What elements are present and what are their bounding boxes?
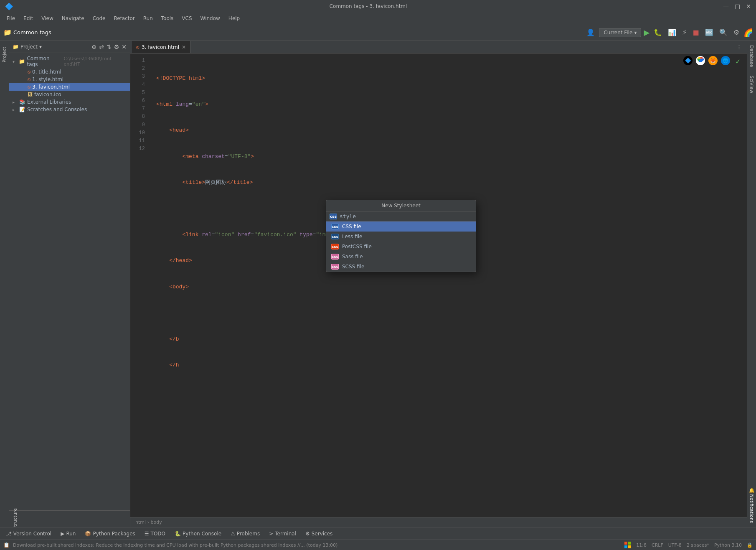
search-icon[interactable]: 🔍 <box>718 27 729 38</box>
maximize-button[interactable]: □ <box>735 3 740 10</box>
editor-tabs: ⎋ 3. favicon.html ✕ ⋮ <box>130 41 747 53</box>
structure-tab-label[interactable]: Structure <box>9 507 21 527</box>
sidebar-settings-icon[interactable]: ⚙ <box>114 43 119 50</box>
code-editor[interactable]: 1 2 3 4 5 6 7 8 9 10 11 12 <!DOCTYPE htm… <box>130 53 747 517</box>
project-tab-label[interactable]: Project <box>0 44 8 65</box>
menu-code[interactable]: Code <box>89 14 109 23</box>
menu-navigate[interactable]: Navigate <box>58 14 88 23</box>
sidebar-item-external-libs[interactable]: ▸ 📚 External Libraries <box>9 98 130 106</box>
right-tab-sciview[interactable]: SciView <box>748 71 756 97</box>
code-content[interactable]: <!DOCTYPE html> <html lang="en"> <head> … <box>151 53 747 517</box>
title-bar-controls: — □ ✕ <box>723 3 751 10</box>
autocomplete-item-postcss[interactable]: css PostCSS file <box>326 242 476 252</box>
line-num-8: 8 <box>130 113 147 121</box>
translate-icon[interactable]: 🔤 <box>703 27 715 38</box>
scratches-icon: 📝 <box>19 107 25 112</box>
line-num-12: 12 <box>130 145 147 153</box>
right-tab-database[interactable]: Database <box>748 41 756 71</box>
menu-file[interactable]: File <box>3 14 18 23</box>
editor-tab-favicon[interactable]: ⎋ 3. favicon.html ✕ <box>132 41 190 53</box>
menu-edit[interactable]: Edit <box>20 14 36 23</box>
line-ending-indicator[interactable]: CRLF <box>652 542 663 548</box>
expand-all-icon[interactable]: ⇅ <box>107 43 112 50</box>
encoding-indicator[interactable]: UTF-8 <box>668 542 682 548</box>
code-line-2: <html lang="en"> <box>156 100 742 109</box>
bottom-tab-terminal[interactable]: > Terminal <box>265 529 300 538</box>
menu-refactor[interactable]: Refactor <box>110 14 138 23</box>
bottom-tab-python-packages[interactable]: 📦 Python Packages <box>81 529 139 538</box>
bottom-tab-services[interactable]: ⚙ Services <box>301 529 337 538</box>
svg-rect-2 <box>624 542 627 545</box>
menu-vcs[interactable]: VCS <box>178 14 195 23</box>
main-area: Project 📁 Project ▾ ⊕ ⇄ ⇅ ⚙ ✕ ▾ 📁 Common… <box>0 41 756 527</box>
bottom-tab-version-control[interactable]: ⎇ Version Control <box>2 529 56 538</box>
html-file-icon: ⎋ <box>28 84 30 90</box>
title-bar: 🔷 Common tags - 3. favicon.html — □ ✕ <box>0 0 756 13</box>
close-button[interactable]: ✕ <box>746 3 751 10</box>
sidebar-item-title-html[interactable]: ⎋ 0. title.html <box>9 68 130 76</box>
autocomplete-item-less[interactable]: css Less file <box>326 232 476 242</box>
folder-icon: 📁 <box>19 59 25 64</box>
tab-close-icon[interactable]: ✕ <box>182 44 186 50</box>
firefox-browser-icon[interactable]: 🦊 <box>708 56 718 65</box>
project-dropdown-label[interactable]: 📁 Project ▾ <box>13 44 42 50</box>
tabs-more-button[interactable]: ⋮ <box>733 44 745 50</box>
run-button[interactable]: ▶ <box>644 28 649 37</box>
bottom-tab-problems[interactable]: ⚠ Problems <box>226 529 264 538</box>
scss-file-icon: css <box>331 264 339 270</box>
edge-browser-icon[interactable]: 🌐 <box>721 56 730 65</box>
current-file-button[interactable]: Current File ▾ <box>599 28 641 37</box>
menu-tools[interactable]: Tools <box>158 14 177 23</box>
editor-area: ⎋ 3. favicon.html ✕ ⋮ 1 2 3 4 5 6 7 8 9 … <box>130 41 747 527</box>
sidebar-item-common-tags[interactable]: ▾ 📁 Common tags C:\Users\13600\front end… <box>9 55 130 68</box>
chevron-right-icon: ▸ <box>13 100 18 104</box>
user-icon[interactable]: 👤 <box>585 27 596 38</box>
menu-view[interactable]: View <box>38 14 56 23</box>
sidebar-item-favicon-html[interactable]: ⎋ 3. favicon.html <box>9 83 130 91</box>
svg-rect-5 <box>628 545 631 548</box>
menu-window[interactable]: Window <box>197 14 223 23</box>
code-line-12: </h <box>156 361 742 370</box>
run-tab-icon: ▶ <box>61 531 64 537</box>
menu-help[interactable]: Help <box>225 14 243 23</box>
autocomplete-item-css[interactable]: css CSS file <box>326 222 476 232</box>
code-line-11: </b <box>156 335 742 344</box>
stop-icon[interactable]: ■ <box>691 27 701 38</box>
menu-run[interactable]: Run <box>140 14 156 23</box>
sass-file-icon: css <box>331 254 339 260</box>
status-bar-right: 11:8 CRLF UTF-8 2 spaces* Python 3.10 🔒 <box>624 542 753 548</box>
coverage-icon[interactable]: 📊 <box>666 27 678 38</box>
locate-icon[interactable]: ⊕ <box>92 43 97 50</box>
editor-tab-label: 3. favicon.html <box>142 44 179 50</box>
sidebar-item-favicon-ico[interactable]: 🖼 favicon.ico <box>9 91 130 98</box>
bottom-tab-python-console[interactable]: 🐍 Python Console <box>170 529 226 538</box>
autocomplete-search-input[interactable] <box>340 213 472 219</box>
sidebar-item-scratches[interactable]: ▸ 📝 Scratches and Consoles <box>9 106 130 113</box>
python-version-indicator[interactable]: Python 3.10 <box>714 542 742 548</box>
minimize-button[interactable]: — <box>723 3 729 10</box>
folder-icon: 📁 <box>3 28 12 36</box>
bottom-tab-todo[interactable]: ☰ TODO <box>140 529 170 538</box>
autocomplete-item-label: Less file <box>342 234 362 239</box>
menu-bar: File Edit View Navigate Code Refactor Ru… <box>0 13 756 24</box>
close-sidebar-icon[interactable]: ✕ <box>122 43 127 50</box>
sidebar-item-label: favicon.ico <box>34 92 61 97</box>
cursor-position[interactable]: 11:8 <box>636 542 647 548</box>
bottom-tab-run[interactable]: ▶ Run <box>56 529 80 538</box>
title-bar-left: 🔷 <box>5 3 13 10</box>
profiler-icon[interactable]: ⚡ <box>680 27 688 38</box>
problems-icon: ⚠ <box>231 531 235 537</box>
autocomplete-input-row: css <box>326 211 476 222</box>
autocomplete-item-scss[interactable]: css SCSS file <box>326 262 476 272</box>
chrome-browser-icon[interactable] <box>696 56 705 65</box>
right-tab-notifications[interactable]: 🔔 Notifications <box>748 483 756 527</box>
collapse-all-icon[interactable]: ⇄ <box>99 43 104 50</box>
sidebar-item-style-html[interactable]: ⎋ 1. style.html <box>9 76 130 83</box>
settings-icon[interactable]: ⚙ <box>732 27 741 38</box>
indent-indicator[interactable]: 2 spaces* <box>687 542 709 548</box>
debug-icon[interactable]: 🐛 <box>652 27 664 38</box>
jetbrains-browser-icon[interactable]: 🔷 <box>683 56 693 65</box>
jetbrains-icon: 🌈 <box>743 28 753 37</box>
autocomplete-item-sass[interactable]: css Sass file <box>326 252 476 262</box>
svg-rect-3 <box>628 542 631 545</box>
